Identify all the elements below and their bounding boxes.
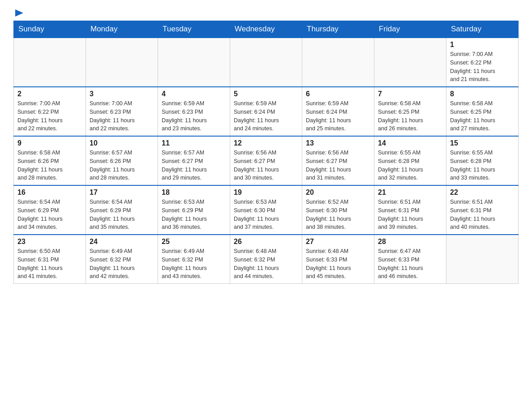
weekday-header-sunday: Sunday xyxy=(14,21,86,38)
day-number: 5 xyxy=(234,90,298,98)
day-number: 8 xyxy=(450,90,515,98)
logo xyxy=(13,9,24,16)
calendar-day-empty xyxy=(230,38,302,87)
calendar-day-25: 25Sunrise: 6:49 AMSunset: 6:32 PMDayligh… xyxy=(158,235,230,284)
calendar-week-row: 16Sunrise: 6:54 AMSunset: 6:29 PMDayligh… xyxy=(14,185,519,235)
calendar-day-7: 7Sunrise: 6:58 AMSunset: 6:25 PMDaylight… xyxy=(374,87,446,136)
calendar-day-9: 9Sunrise: 6:58 AMSunset: 6:26 PMDaylight… xyxy=(14,136,86,185)
day-info: Sunrise: 6:58 AMSunset: 6:26 PMDaylight:… xyxy=(17,149,82,182)
calendar-day-12: 12Sunrise: 6:56 AMSunset: 6:27 PMDayligh… xyxy=(230,136,302,185)
calendar-day-19: 19Sunrise: 6:53 AMSunset: 6:30 PMDayligh… xyxy=(230,185,302,235)
day-number: 13 xyxy=(306,139,370,147)
day-number: 24 xyxy=(90,238,154,246)
calendar-day-17: 17Sunrise: 6:54 AMSunset: 6:29 PMDayligh… xyxy=(86,185,158,235)
calendar-day-5: 5Sunrise: 6:59 AMSunset: 6:24 PMDaylight… xyxy=(230,87,302,136)
day-number: 1 xyxy=(450,41,515,49)
day-info: Sunrise: 6:47 AMSunset: 6:33 PMDaylight:… xyxy=(378,247,442,281)
day-number: 22 xyxy=(450,188,515,197)
day-info: Sunrise: 6:54 AMSunset: 6:29 PMDaylight:… xyxy=(90,198,154,231)
calendar-day-10: 10Sunrise: 6:57 AMSunset: 6:26 PMDayligh… xyxy=(86,136,158,185)
calendar-week-row: 9Sunrise: 6:58 AMSunset: 6:26 PMDaylight… xyxy=(14,136,519,185)
day-number: 3 xyxy=(90,90,154,98)
day-number: 23 xyxy=(17,238,82,246)
weekday-header-friday: Friday xyxy=(374,21,446,38)
calendar-day-18: 18Sunrise: 6:53 AMSunset: 6:29 PMDayligh… xyxy=(158,185,230,235)
day-number: 27 xyxy=(306,238,370,246)
day-info: Sunrise: 6:59 AMSunset: 6:24 PMDaylight:… xyxy=(306,99,370,133)
page-header xyxy=(13,9,519,16)
day-info: Sunrise: 6:48 AMSunset: 6:33 PMDaylight:… xyxy=(306,247,370,281)
day-info: Sunrise: 6:48 AMSunset: 6:32 PMDaylight:… xyxy=(234,247,298,281)
calendar-table: SundayMondayTuesdayWednesdayThursdayFrid… xyxy=(13,21,519,284)
calendar-day-6: 6Sunrise: 6:59 AMSunset: 6:24 PMDaylight… xyxy=(302,87,374,136)
day-info: Sunrise: 6:56 AMSunset: 6:27 PMDaylight:… xyxy=(306,149,370,182)
calendar-day-26: 26Sunrise: 6:48 AMSunset: 6:32 PMDayligh… xyxy=(230,235,302,284)
calendar-day-empty xyxy=(14,38,86,87)
calendar-day-empty xyxy=(86,38,158,87)
day-number: 7 xyxy=(378,90,442,98)
calendar-day-2: 2Sunrise: 7:00 AMSunset: 6:22 PMDaylight… xyxy=(14,87,86,136)
weekday-header-monday: Monday xyxy=(86,21,158,38)
day-info: Sunrise: 6:57 AMSunset: 6:27 PMDaylight:… xyxy=(162,149,226,182)
calendar-day-empty xyxy=(302,38,374,87)
calendar-week-row: 1Sunrise: 7:00 AMSunset: 6:22 PMDaylight… xyxy=(14,38,519,87)
day-number: 2 xyxy=(17,90,82,98)
day-number: 9 xyxy=(17,139,82,147)
day-info: Sunrise: 6:50 AMSunset: 6:31 PMDaylight:… xyxy=(17,247,82,281)
calendar-day-13: 13Sunrise: 6:56 AMSunset: 6:27 PMDayligh… xyxy=(302,136,374,185)
day-number: 28 xyxy=(378,238,442,246)
day-number: 11 xyxy=(162,139,226,147)
day-number: 14 xyxy=(378,139,442,147)
weekday-header-saturday: Saturday xyxy=(446,21,519,38)
calendar-day-3: 3Sunrise: 7:00 AMSunset: 6:23 PMDaylight… xyxy=(86,87,158,136)
day-number: 25 xyxy=(162,238,226,246)
day-number: 6 xyxy=(306,90,370,98)
weekday-header-row: SundayMondayTuesdayWednesdayThursdayFrid… xyxy=(14,21,519,38)
calendar-day-24: 24Sunrise: 6:49 AMSunset: 6:32 PMDayligh… xyxy=(86,235,158,284)
calendar-day-8: 8Sunrise: 6:58 AMSunset: 6:25 PMDaylight… xyxy=(446,87,519,136)
calendar-day-21: 21Sunrise: 6:51 AMSunset: 6:31 PMDayligh… xyxy=(374,185,446,235)
calendar-day-23: 23Sunrise: 6:50 AMSunset: 6:31 PMDayligh… xyxy=(14,235,86,284)
logo-arrow-icon xyxy=(14,8,24,18)
day-info: Sunrise: 7:00 AMSunset: 6:22 PMDaylight:… xyxy=(450,50,515,84)
calendar-day-empty xyxy=(374,38,446,87)
day-info: Sunrise: 6:51 AMSunset: 6:31 PMDaylight:… xyxy=(378,198,442,231)
day-number: 16 xyxy=(17,188,82,197)
calendar-day-20: 20Sunrise: 6:52 AMSunset: 6:30 PMDayligh… xyxy=(302,185,374,235)
calendar-day-1: 1Sunrise: 7:00 AMSunset: 6:22 PMDaylight… xyxy=(446,38,519,87)
calendar-day-11: 11Sunrise: 6:57 AMSunset: 6:27 PMDayligh… xyxy=(158,136,230,185)
day-number: 12 xyxy=(234,139,298,147)
calendar-day-28: 28Sunrise: 6:47 AMSunset: 6:33 PMDayligh… xyxy=(374,235,446,284)
calendar-week-row: 2Sunrise: 7:00 AMSunset: 6:22 PMDaylight… xyxy=(14,87,519,136)
day-number: 4 xyxy=(162,90,226,98)
weekday-header-thursday: Thursday xyxy=(302,21,374,38)
day-info: Sunrise: 6:53 AMSunset: 6:29 PMDaylight:… xyxy=(162,198,226,231)
calendar-day-22: 22Sunrise: 6:51 AMSunset: 6:31 PMDayligh… xyxy=(446,185,519,235)
day-number: 20 xyxy=(306,188,370,197)
day-info: Sunrise: 6:58 AMSunset: 6:25 PMDaylight:… xyxy=(450,99,515,133)
day-number: 21 xyxy=(378,188,442,197)
day-number: 15 xyxy=(450,139,515,147)
day-number: 10 xyxy=(90,139,154,147)
day-info: Sunrise: 6:49 AMSunset: 6:32 PMDaylight:… xyxy=(162,247,226,281)
calendar-day-4: 4Sunrise: 6:59 AMSunset: 6:23 PMDaylight… xyxy=(158,87,230,136)
calendar-day-16: 16Sunrise: 6:54 AMSunset: 6:29 PMDayligh… xyxy=(14,185,86,235)
day-info: Sunrise: 7:00 AMSunset: 6:23 PMDaylight:… xyxy=(90,99,154,133)
day-info: Sunrise: 6:54 AMSunset: 6:29 PMDaylight:… xyxy=(17,198,82,231)
calendar-day-27: 27Sunrise: 6:48 AMSunset: 6:33 PMDayligh… xyxy=(302,235,374,284)
day-number: 18 xyxy=(162,188,226,197)
day-info: Sunrise: 6:53 AMSunset: 6:30 PMDaylight:… xyxy=(234,198,298,231)
day-info: Sunrise: 6:59 AMSunset: 6:24 PMDaylight:… xyxy=(234,99,298,133)
day-info: Sunrise: 6:59 AMSunset: 6:23 PMDaylight:… xyxy=(162,99,226,133)
weekday-header-tuesday: Tuesday xyxy=(158,21,230,38)
day-info: Sunrise: 7:00 AMSunset: 6:22 PMDaylight:… xyxy=(17,99,82,133)
calendar-day-empty xyxy=(446,235,519,284)
day-number: 19 xyxy=(234,188,298,197)
calendar-day-14: 14Sunrise: 6:55 AMSunset: 6:28 PMDayligh… xyxy=(374,136,446,185)
weekday-header-wednesday: Wednesday xyxy=(230,21,302,38)
day-number: 17 xyxy=(90,188,154,197)
svg-marker-0 xyxy=(15,9,23,17)
day-info: Sunrise: 6:57 AMSunset: 6:26 PMDaylight:… xyxy=(90,149,154,182)
calendar-day-15: 15Sunrise: 6:55 AMSunset: 6:28 PMDayligh… xyxy=(446,136,519,185)
day-info: Sunrise: 6:55 AMSunset: 6:28 PMDaylight:… xyxy=(450,149,515,182)
